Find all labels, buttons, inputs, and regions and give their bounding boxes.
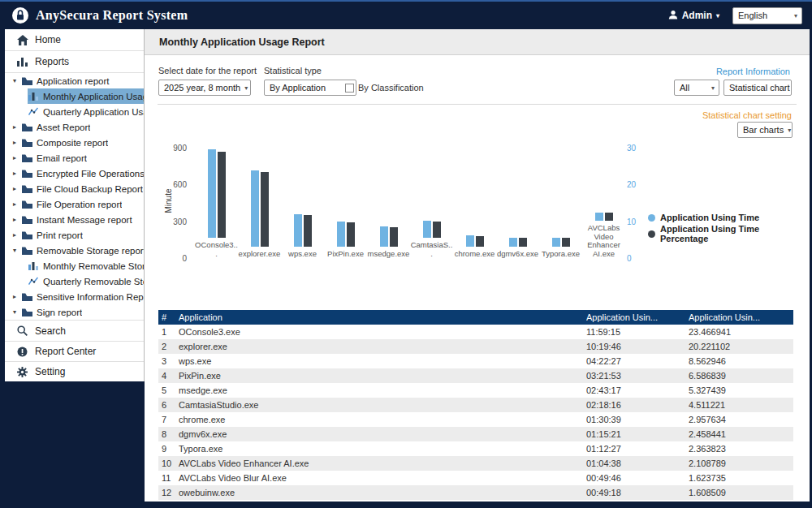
- x-axis-category-label: OConsole3...: [195, 241, 238, 258]
- bar-group: explorer.exe: [238, 148, 281, 258]
- cell: 03:21:53: [586, 371, 689, 381]
- chart-type-select[interactable]: Bar charts: [737, 122, 793, 138]
- caret-right-icon[interactable]: ▸: [13, 293, 21, 300]
- sidebar-tree-item[interactable]: ▾Application report: [5, 73, 144, 88]
- bar-using-time[interactable]: [380, 226, 388, 247]
- bar-using-time-percentage[interactable]: [261, 172, 269, 247]
- table-row[interactable]: 3wps.exe04:22:278.562946: [158, 354, 793, 368]
- user-icon: [668, 10, 678, 22]
- sidebar-item-setting[interactable]: Setting: [5, 362, 144, 381]
- table-row[interactable]: 5msedge.exe02:43:175.327439: [158, 383, 793, 398]
- cell: 10: [158, 458, 177, 468]
- sidebar-tree-item[interactable]: Quarterly Removable Sto: [5, 273, 144, 289]
- cell: 1.608509: [689, 488, 793, 497]
- sidebar-tree-item[interactable]: ▸Print report: [5, 227, 144, 243]
- table-row[interactable]: 6CamtasiaStudio.exe02:18:164.511221: [158, 398, 793, 412]
- table-row[interactable]: 11AVCLabs Video Blur AI.exe00:49:461.623…: [158, 471, 793, 485]
- sidebar-item-label: Home: [35, 34, 61, 45]
- scope-select[interactable]: All: [674, 80, 719, 96]
- user-menu[interactable]: Admin ▾: [668, 10, 719, 22]
- caret-down-icon[interactable]: ▾: [13, 77, 21, 84]
- bar-using-time-percentage[interactable]: [347, 222, 355, 247]
- sidebar-tree-item[interactable]: ▾Removable Storage report: [5, 243, 144, 258]
- right-axis-tick: 10: [627, 217, 636, 226]
- report-information-link[interactable]: Report Information: [716, 67, 790, 76]
- sidebar-tree-item[interactable]: ▸Asset Report: [5, 119, 144, 135]
- bar-group: wps.exe: [281, 148, 324, 258]
- bar-using-time-percentage[interactable]: [605, 213, 613, 221]
- statistical-chart-setting-link[interactable]: Statistical chart setting: [702, 110, 792, 120]
- table-row[interactable]: 12owebuinw.exe00:49:181.608509: [158, 485, 793, 500]
- column-header[interactable]: Application: [177, 312, 586, 322]
- sidebar-tree-item[interactable]: ▸Sensitive Information Report: [5, 289, 144, 304]
- date-select[interactable]: 2025 year, 8 month: [158, 80, 251, 96]
- left-axis-tick: 900: [173, 144, 187, 153]
- caret-right-icon[interactable]: ▸: [13, 231, 21, 239]
- bar-using-time[interactable]: [466, 235, 474, 247]
- column-header[interactable]: Application Usin...: [586, 312, 689, 322]
- sidebar-tree-item[interactable]: ▸File Cloud Backup Report: [5, 181, 144, 196]
- bar-using-time-percentage[interactable]: [562, 238, 570, 247]
- sidebar-tree-item[interactable]: Quarterly Application Usa: [5, 104, 144, 119]
- caret-down-icon[interactable]: ▾: [13, 247, 21, 254]
- bar-using-time[interactable]: [509, 238, 517, 247]
- table-row[interactable]: 2explorer.exe10:19:4620.221102: [158, 339, 793, 354]
- legend-item[interactable]: Application Using Time: [648, 213, 810, 222]
- bar-using-time[interactable]: [251, 170, 259, 247]
- caret-right-icon[interactable]: ▸: [13, 200, 21, 208]
- caret-right-icon[interactable]: ▸: [13, 154, 21, 161]
- cell: 5.327439: [689, 385, 793, 395]
- caret-right-icon[interactable]: ▸: [13, 170, 21, 177]
- legend-item[interactable]: Application Using Time Percentage: [648, 224, 810, 243]
- sidebar-item-home[interactable]: Home: [5, 29, 144, 51]
- table-row[interactable]: 8dgmv6x.exe01:15:212.458441: [158, 427, 793, 441]
- bar-using-time[interactable]: [294, 214, 302, 247]
- sidebar-tree-item[interactable]: ▸Email report: [5, 150, 144, 166]
- caret-right-icon[interactable]: ▸: [13, 185, 21, 192]
- bar-using-time[interactable]: [208, 149, 216, 238]
- cell: 11:59:15: [586, 327, 689, 337]
- caret-down-icon[interactable]: ▾: [13, 308, 21, 316]
- cell: 20.221102: [689, 342, 793, 351]
- app-logo-icon: [11, 6, 29, 24]
- table-row[interactable]: 4PixPin.exe03:21:536.586839: [158, 368, 793, 383]
- cell: AVCLabs Video Blur AI.exe: [177, 473, 586, 483]
- table-row[interactable]: 10AVCLabs Video Enhancer AI.exe01:04:382…: [158, 456, 793, 471]
- usage-table: #ApplicationApplication Usin...Applicati…: [158, 310, 793, 502]
- sidebar-item-search[interactable]: Search: [5, 320, 144, 342]
- bar-using-time[interactable]: [552, 238, 560, 247]
- sidebar-tree-item[interactable]: Monthly Removable Stor: [5, 258, 144, 273]
- bar-using-time-percentage[interactable]: [390, 227, 398, 247]
- bar-using-time-percentage[interactable]: [476, 236, 484, 247]
- column-header[interactable]: Application Usin...: [689, 312, 793, 322]
- x-axis-category-label: PixPin.exe: [327, 250, 364, 259]
- bar-using-time-percentage[interactable]: [304, 215, 312, 247]
- sidebar-item-reports[interactable]: Reports: [5, 51, 144, 73]
- bar-using-time[interactable]: [595, 213, 603, 221]
- by-classification-checkbox[interactable]: [345, 84, 354, 93]
- bar-using-time-percentage[interactable]: [519, 238, 527, 247]
- caret-right-icon[interactable]: ▸: [13, 216, 21, 223]
- sidebar-tree-item[interactable]: Monthly Application Usag: [5, 88, 144, 104]
- statistical-type-select[interactable]: By Application: [264, 80, 356, 96]
- sidebar-tree-item[interactable]: ▾Sign report: [5, 304, 144, 320]
- caret-right-icon[interactable]: ▸: [13, 139, 21, 146]
- view-select[interactable]: Statistical chart: [723, 80, 792, 96]
- bar-using-time-percentage[interactable]: [218, 152, 226, 238]
- sidebar-item-report-center[interactable]: Report Center: [5, 342, 144, 362]
- sidebar-tree-item[interactable]: ▸Instant Message report: [5, 212, 144, 227]
- column-header[interactable]: #: [158, 312, 177, 322]
- table-row[interactable]: 1OConsole3.exe11:59:1523.466941: [158, 325, 793, 339]
- bar-using-time[interactable]: [337, 222, 345, 247]
- table-row[interactable]: 13: [158, 500, 793, 502]
- bar-using-time-percentage[interactable]: [433, 222, 441, 238]
- sidebar-tree-item[interactable]: ▸Composite report: [5, 135, 144, 150]
- table-row[interactable]: 9Typora.exe01:12:272.363823: [158, 441, 793, 456]
- language-select[interactable]: English: [732, 7, 802, 24]
- caret-right-icon[interactable]: ▸: [13, 123, 21, 131]
- x-axis-category-label: AVCLabs Video Enhancer AI.exe: [582, 224, 625, 258]
- sidebar-tree-item[interactable]: ▸File Operation report: [5, 196, 144, 212]
- table-row[interactable]: 7chrome.exe01:30:392.957634: [158, 412, 793, 427]
- sidebar-tree-item[interactable]: ▸Encrypted File Operations R: [5, 166, 144, 181]
- bar-using-time[interactable]: [423, 221, 431, 238]
